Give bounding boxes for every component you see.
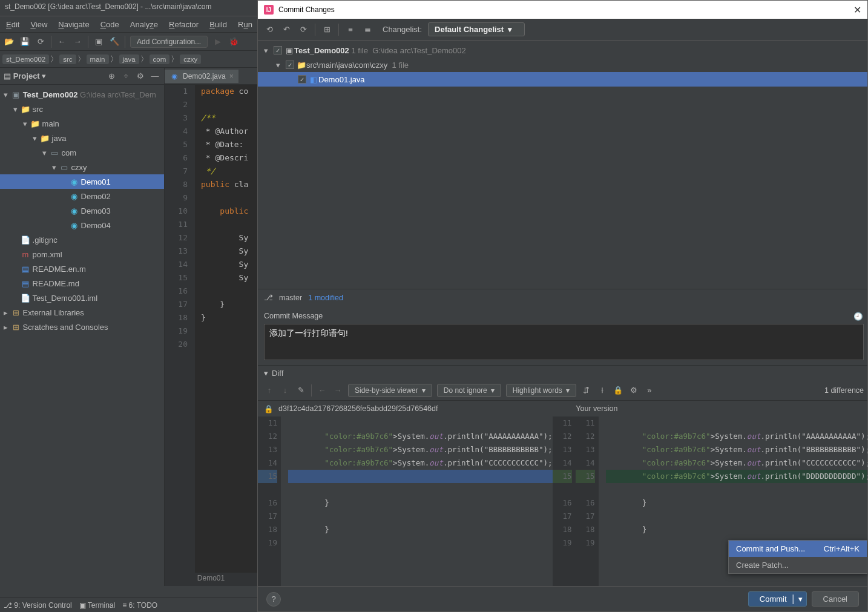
gear-icon[interactable]: ⚙ <box>628 385 639 396</box>
tree-item[interactable]: 📄 Test_Demo001.iml <box>0 291 164 305</box>
menu-analyze[interactable]: Analyze <box>125 18 163 31</box>
ide-main-window: st_Demo002 [G:\idea arc\Test_Demo002] - … <box>0 0 257 612</box>
tree-item[interactable]: ▾📁 java <box>0 131 164 145</box>
tree-item[interactable]: ◉ Demo03 <box>0 203 164 218</box>
help-button[interactable]: ? <box>266 592 281 607</box>
edit-icon[interactable]: ✎ <box>295 385 306 396</box>
hide-icon[interactable]: — <box>150 71 160 82</box>
changed-files-tree[interactable]: ▾ ▣ Test_Demo002 1 file G:\idea arc\Test… <box>258 41 867 289</box>
tree-item[interactable]: ◉ Demo04 <box>0 218 164 232</box>
sync-icon[interactable]: ⟳ <box>35 36 46 47</box>
branch-name[interactable]: master <box>279 294 302 302</box>
tree-item[interactable]: ▤ README.md <box>0 276 164 291</box>
status-tab-vcs[interactable]: ⎇ 9: Version Control <box>4 601 72 610</box>
prev-change-icon[interactable]: ↑ <box>264 385 275 396</box>
tree-item[interactable]: 📄 .gitignc <box>0 232 164 247</box>
ide-status-bar: ⎇ 9: Version Control ▣ Terminal ≡ 6: TOD… <box>0 597 257 612</box>
checkbox[interactable] <box>286 61 294 69</box>
gear-icon[interactable]: ⚙ <box>135 71 146 82</box>
menu-navigate[interactable]: Navigate <box>53 18 94 31</box>
crumb[interactable]: src <box>59 54 76 64</box>
menu-run[interactable]: Run <box>233 18 257 31</box>
run-config-select[interactable]: Add Configuration... <box>130 36 208 48</box>
changed-file-row[interactable]: ◧ Demo01.java <box>258 72 867 87</box>
tree-item[interactable]: ▤ README.en.m <box>0 262 164 276</box>
lock-icon[interactable]: 🔒 <box>613 385 623 396</box>
lock-icon: 🔒 <box>264 404 274 413</box>
tree-item[interactable]: ▾📁 src <box>0 102 164 116</box>
commit-changes-dialog: IJ Commit Changes ✕ ⟲ ↶ ⟳ ⊞ ≡ ≣ Changeli… <box>257 0 868 612</box>
checkbox[interactable] <box>274 46 282 54</box>
open-icon[interactable]: 📂 <box>4 36 15 47</box>
tree-item[interactable]: ◉ Demo01 <box>0 174 164 189</box>
save-icon[interactable]: 💾 <box>19 36 30 47</box>
status-tab-terminal[interactable]: ▣ Terminal <box>79 601 115 610</box>
menu-view[interactable]: View <box>25 18 52 31</box>
editor-breadcrumb: Demo01 <box>165 573 257 586</box>
commit-and-push-item[interactable]: Commit and Push...Ctrl+Alt+K <box>729 541 867 557</box>
commit-split-menu: Commit and Push...Ctrl+Alt+K Create Patc… <box>728 540 867 574</box>
separator <box>51 36 51 48</box>
cancel-button[interactable]: Cancel <box>812 591 859 607</box>
collapse-icon[interactable]: ▾ <box>264 369 268 378</box>
highlight-select[interactable]: Highlight words ▾ <box>506 384 576 397</box>
next-change-icon[interactable]: ↓ <box>280 385 291 396</box>
refresh-icon[interactable]: ⟲ <box>264 24 275 35</box>
tree-item[interactable]: ◉ Demo02 <box>0 189 164 203</box>
run-icon[interactable]: ▶ <box>212 36 223 47</box>
history-icon[interactable]: 🕘 <box>853 311 864 321</box>
ignore-select[interactable]: Do not ignore ▾ <box>437 384 501 397</box>
menu-edit[interactable]: Edit <box>1 18 24 31</box>
build-icon[interactable]: ▣ <box>93 36 104 47</box>
collapse-icon[interactable]: ÷ <box>120 71 131 82</box>
intellij-icon: IJ <box>264 5 274 15</box>
crumb[interactable]: com <box>150 54 170 64</box>
separator <box>125 36 125 48</box>
tree-item[interactable]: ▾▭ com <box>0 145 164 160</box>
menu-refactor[interactable]: Refactor <box>164 18 203 31</box>
tree-item[interactable]: m pom.xml <box>0 247 164 262</box>
project-view-dropdown[interactable]: ▤ Project ▾ <box>4 71 46 81</box>
changelist-select[interactable]: Default Changelist ▾ <box>428 22 525 36</box>
close-icon[interactable]: ✕ <box>853 4 861 16</box>
checkbox[interactable] <box>298 75 306 84</box>
tree-item[interactable]: ▾▭ czxy <box>0 160 164 174</box>
java-file-icon: ◧ <box>309 74 318 84</box>
close-icon[interactable]: × <box>229 72 234 81</box>
commit-message-input[interactable]: 添加了一行打印语句! <box>264 324 864 360</box>
back-icon[interactable]: ← <box>56 36 67 47</box>
forward-icon[interactable]: → <box>332 385 343 396</box>
collapse-unchanged-icon[interactable]: ⇵ <box>581 385 592 396</box>
debug-icon[interactable]: 🐞 <box>228 36 239 47</box>
back-icon[interactable]: ← <box>317 385 327 396</box>
code-editor[interactable]: package co /** * @Author * @Date: * @Des… <box>195 85 257 573</box>
menu-build[interactable]: Build <box>205 18 232 31</box>
tree-item[interactable]: ▾📁 main <box>0 116 164 131</box>
create-patch-item[interactable]: Create Patch... <box>729 557 867 573</box>
project-icon: ▣ <box>284 45 294 55</box>
expand-icon[interactable]: ≡ <box>345 24 356 35</box>
undo-icon[interactable]: ↶ <box>281 24 292 35</box>
status-tab-todo[interactable]: ≡ 6: TODO <box>122 601 157 610</box>
hammer-icon[interactable]: 🔨 <box>109 36 120 47</box>
menu-code[interactable]: Code <box>96 18 124 31</box>
dialog-footer: ? Commit │ ▾ Cancel <box>258 586 867 611</box>
editor-tab[interactable]: ◉ Demo02.java × <box>165 70 238 83</box>
collapse-icon[interactable]: ≣ <box>362 24 373 35</box>
diff-toolbar: ↑ ↓ ✎ ← → Side-by-side viewer ▾ Do not i… <box>258 380 867 401</box>
sync-scroll-icon[interactable]: ⫲ <box>597 385 608 396</box>
group-icon[interactable]: ⊞ <box>321 24 332 35</box>
crumb[interactable]: main <box>87 54 109 64</box>
modified-count[interactable]: 1 modified <box>308 294 343 302</box>
changelist-label: Changelist: <box>383 25 422 34</box>
forward-icon[interactable]: → <box>72 36 83 47</box>
crumb[interactable]: czxy <box>180 54 201 64</box>
commit-button[interactable]: Commit │ ▾ <box>748 591 807 607</box>
more-icon[interactable]: » <box>644 385 655 396</box>
sync-icon[interactable]: ⟳ <box>298 24 309 35</box>
crumb[interactable]: java <box>119 54 139 64</box>
locate-icon[interactable]: ⊕ <box>106 71 117 82</box>
editor-area: ◉ Demo02.java × 123456789101112131415161… <box>165 68 257 586</box>
crumb[interactable]: st_Demo002 <box>2 54 49 64</box>
viewer-mode-select[interactable]: Side-by-side viewer ▾ <box>348 384 432 397</box>
